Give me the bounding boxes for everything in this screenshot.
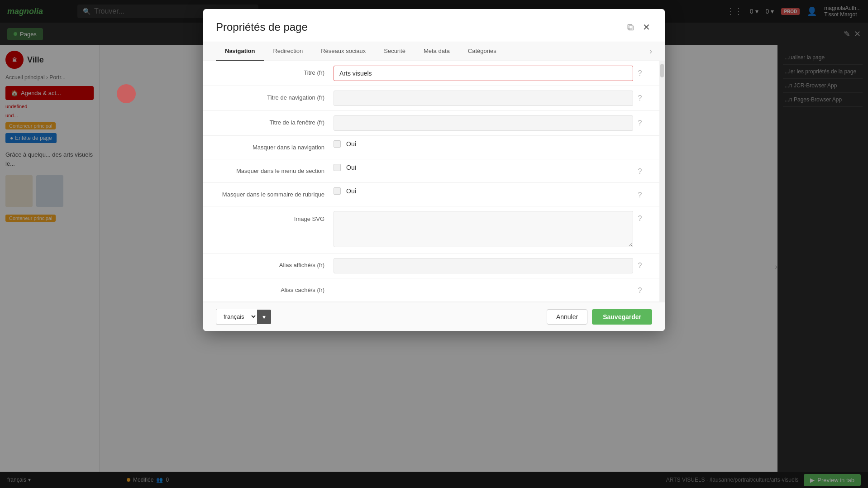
modal-header: Propriétés de page ⧉ ✕: [203, 9, 665, 42]
modal-footer: français ▾ Annuler Sauvegarder: [203, 302, 665, 331]
label-alias-affiche: Alias affiché/s (fr): [216, 258, 334, 268]
label-masquer-nav: Masquer dans la navigation: [216, 140, 334, 151]
field-alias-affiche-wrapper: [334, 258, 633, 273]
input-titre-fr[interactable]: [334, 66, 633, 81]
field-masquer-sommaire-toggle: Oui: [334, 187, 633, 195]
checkbox-masquer-menu[interactable]: [334, 164, 341, 171]
tab-categories[interactable]: Catégories: [459, 42, 506, 61]
help-alias-cache[interactable]: ?: [633, 283, 647, 295]
field-masquer-sommaire: Masquer dans le sommaire de rubrique Oui…: [203, 183, 659, 206]
help-titre-nav[interactable]: ?: [633, 91, 647, 102]
footer-buttons: Annuler Sauvegarder: [547, 309, 652, 325]
lang-dropdown-button[interactable]: ▾: [257, 310, 271, 324]
modal-tabs: Navigation Redirection Réseaux sociaux S…: [203, 42, 665, 61]
toggle-masquer-nav-label: Oui: [346, 140, 356, 148]
modal-form: Titre (fr) ? Titre de navigation (fr) ? …: [203, 61, 659, 302]
input-alias-affiche[interactable]: [334, 258, 633, 273]
field-titre-nav-fr: Titre de navigation (fr) ?: [203, 86, 659, 111]
tab-securite[interactable]: Securité: [375, 42, 415, 61]
toggle-masquer-menu-label: Oui: [346, 164, 356, 171]
toggle-masquer-nav: Oui: [334, 140, 633, 148]
modal-title: Propriétés de page: [216, 21, 308, 33]
label-alias-cache: Alias caché/s (fr): [216, 283, 334, 293]
field-titre-fenetre-wrapper: [334, 115, 633, 131]
toggle-masquer-sommaire-label: Oui: [346, 187, 356, 195]
lang-select[interactable]: français: [216, 309, 257, 325]
field-titre-fr: Titre (fr) ?: [203, 61, 659, 86]
field-titre-fenetre-fr: Titre de la fenêtre (fr) ?: [203, 111, 659, 136]
modal-expand-button[interactable]: ⧉: [625, 20, 635, 34]
tab-reseaux-sociaux[interactable]: Réseaux sociaux: [312, 42, 375, 61]
modal-body: Titre (fr) ? Titre de navigation (fr) ? …: [203, 61, 665, 302]
field-image-svg: Image SVG ?: [203, 206, 659, 254]
help-masquer-sommaire[interactable]: ?: [633, 187, 647, 199]
help-titre-fr[interactable]: ?: [633, 66, 647, 77]
field-masquer-nav: Masquer dans la navigation Oui: [203, 136, 659, 159]
tabs-next-arrow[interactable]: ›: [649, 47, 652, 56]
field-titre-nav-wrapper: [334, 91, 633, 106]
help-titre-fenetre[interactable]: ?: [633, 115, 647, 127]
scrollbar-thumb: [660, 64, 664, 77]
field-masquer-nav-toggle: Oui: [334, 140, 633, 148]
save-button[interactable]: Sauvegarder: [592, 309, 652, 325]
help-alias-affiche[interactable]: ?: [633, 258, 647, 270]
toggle-masquer-menu: Oui: [334, 164, 633, 171]
checkbox-masquer-sommaire[interactable]: [334, 187, 341, 195]
lang-select-wrapper: français ▾: [216, 309, 271, 325]
field-image-svg-wrapper: [334, 211, 633, 249]
label-titre-nav-fr: Titre de navigation (fr): [216, 91, 334, 101]
help-masquer-nav: [633, 140, 647, 144]
tab-meta-data[interactable]: Meta data: [415, 42, 459, 61]
field-masquer-menu-section: Masquer dans le menu de section Oui ?: [203, 159, 659, 183]
field-masquer-menu-section-toggle: Oui: [334, 164, 633, 171]
input-titre-nav-fr[interactable]: [334, 91, 633, 106]
input-titre-fenetre-fr[interactable]: [334, 115, 633, 131]
toggle-masquer-sommaire: Oui: [334, 187, 633, 195]
modal-header-actions: ⧉ ✕: [625, 20, 652, 34]
checkbox-masquer-nav[interactable]: [334, 140, 341, 148]
tab-redirection[interactable]: Redirection: [264, 42, 312, 61]
label-titre-fr: Titre (fr): [216, 66, 334, 76]
label-masquer-sommaire: Masquer dans le sommaire de rubrique: [216, 187, 334, 198]
tab-navigation[interactable]: Navigation: [216, 42, 264, 61]
field-alias-affiche: Alias affiché/s (fr) ?: [203, 254, 659, 278]
modal-close-button[interactable]: ✕: [641, 20, 652, 34]
field-titre-fr-input-wrapper: [334, 66, 633, 81]
label-masquer-menu-section: Masquer dans le menu de section: [216, 164, 334, 174]
help-masquer-menu[interactable]: ?: [633, 164, 647, 176]
modal-scrollbar[interactable]: [659, 61, 665, 302]
label-titre-fenetre-fr: Titre de la fenêtre (fr): [216, 115, 334, 126]
cancel-button[interactable]: Annuler: [547, 309, 587, 325]
field-alias-cache: Alias caché/s (fr) ?: [203, 278, 659, 302]
modal: Propriétés de page ⧉ ✕ Navigation Redire…: [203, 9, 665, 331]
textarea-image-svg[interactable]: [334, 211, 633, 247]
label-image-svg: Image SVG: [216, 211, 334, 222]
help-image-svg[interactable]: ?: [633, 211, 647, 223]
